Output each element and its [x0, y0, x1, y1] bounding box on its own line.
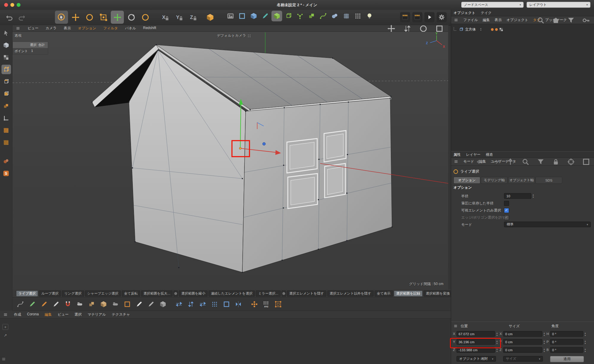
knife-icon[interactable]: [134, 299, 144, 309]
uv-edit-icon[interactable]: [1, 101, 11, 111]
paint-brush-icon[interactable]: [50, 299, 61, 309]
menu-texture[interactable]: テクスチャ: [112, 312, 130, 317]
bevel-icon[interactable]: [98, 299, 109, 309]
om-object[interactable]: オブジェクト: [506, 18, 528, 23]
light-button[interactable]: [364, 11, 375, 21]
record-selection-button[interactable]: 選択範囲を記録: [394, 290, 423, 297]
rotate-band-tool[interactable]: [125, 11, 138, 24]
size-z-spinner[interactable]: ▲▼: [543, 348, 545, 353]
mirror-tool-icon[interactable]: [233, 299, 244, 309]
select-connected-button[interactable]: 連続したエレメントを選択: [208, 290, 255, 297]
add-material-button[interactable]: +: [2, 324, 8, 330]
menu-camera[interactable]: カメラ: [46, 26, 57, 31]
mirror-selection-button[interactable]: ミラー選択...: [256, 290, 281, 297]
plus-grid-icon[interactable]: [249, 299, 260, 309]
am-forward-icon[interactable]: [489, 155, 502, 168]
live-selection-tool[interactable]: [55, 11, 68, 24]
clay-brush-icon[interactable]: [1, 156, 11, 166]
om-file[interactable]: ファイル: [463, 18, 478, 23]
phong-tag-icon[interactable]: [491, 28, 494, 31]
house-model[interactable]: [91, 44, 393, 273]
am-target-icon[interactable]: [564, 155, 577, 168]
array-generator-button[interactable]: [295, 11, 305, 21]
object-mode-button[interactable]: [283, 11, 294, 21]
hide-selected-button[interactable]: 選択エレメントを隠す: [287, 290, 326, 297]
center-frame-icon[interactable]: [221, 299, 232, 309]
ffd-cage-icon[interactable]: [273, 299, 283, 309]
spline-arc-icon[interactable]: [15, 299, 26, 309]
rot-h-spinner[interactable]: ▲▼: [584, 332, 586, 337]
visibility-dots-icon[interactable]: [479, 27, 483, 32]
loop-selection-button[interactable]: ループ選択: [39, 290, 61, 297]
selected-point[interactable]: [239, 147, 241, 150]
unhide-all-button[interactable]: 全て表示: [375, 290, 393, 297]
om-view[interactable]: 表示: [495, 18, 502, 23]
size-x-spinner[interactable]: ▲▼: [543, 332, 545, 337]
x-axis-lock-button[interactable]: X: [158, 11, 171, 24]
selection-settings-gear[interactable]: [173, 290, 178, 297]
workplane-icon[interactable]: [1, 125, 11, 135]
distribute-icon[interactable]: [197, 299, 208, 309]
close-hole-icon[interactable]: [157, 299, 168, 309]
pos-z-input[interactable]: -133.988 cm: [456, 347, 495, 353]
polygon-pen-icon[interactable]: [146, 299, 156, 309]
rot-b-spinner[interactable]: ▲▼: [584, 348, 586, 353]
am-search-icon[interactable]: [519, 155, 532, 168]
coordinate-system-button[interactable]: [203, 11, 217, 24]
mode-dropdown[interactable]: 標準▾: [504, 222, 591, 227]
rotate-tool[interactable]: [83, 11, 96, 24]
randomize-dots-icon[interactable]: [209, 299, 220, 309]
pan-tool-icon[interactable]: [1, 28, 11, 38]
hamburger-icon[interactable]: [454, 159, 459, 164]
lasso-tool[interactable]: [139, 11, 152, 24]
tab-sds[interactable]: SDS: [535, 177, 562, 184]
redo-button[interactable]: [16, 12, 27, 23]
menu-create[interactable]: 作成: [14, 312, 21, 317]
array-grid-button[interactable]: [341, 11, 352, 21]
3d-scene[interactable]: Y X Z: [12, 32, 448, 290]
material-tag-icon[interactable]: [495, 28, 498, 31]
am-newframe-icon[interactable]: [579, 155, 593, 168]
render-team-button[interactable]: [412, 12, 422, 22]
instance-button[interactable]: [306, 11, 317, 21]
rot-b-input[interactable]: 0 °: [550, 347, 583, 353]
brushes-icon[interactable]: [39, 299, 49, 309]
uv-tag-icon[interactable]: [499, 28, 503, 31]
hamburger-icon[interactable]: [453, 323, 458, 328]
pos-y-input[interactable]: 36.196 cm: [456, 339, 495, 345]
menu-edit[interactable]: 編集: [45, 312, 52, 317]
menu-redshift[interactable]: Redshift: [143, 26, 156, 31]
am-up-icon[interactable]: [504, 155, 517, 168]
sharp-edge-selection-button[interactable]: シャープエッジ選択: [85, 290, 121, 297]
menu-options[interactable]: オプション: [78, 26, 96, 31]
texture-mode-icon[interactable]: [1, 53, 11, 62]
render-settings-button[interactable]: [248, 11, 259, 21]
rot-p-spinner[interactable]: ▲▼: [584, 340, 586, 345]
clone-dots-button[interactable]: [353, 11, 363, 21]
visible-only-checkbox[interactable]: [504, 208, 509, 213]
menu-corona[interactable]: Corona: [27, 312, 39, 317]
hide-unselected-button[interactable]: 選択エレメント以外を隠す: [327, 290, 374, 297]
am-back-icon[interactable]: [473, 155, 486, 168]
scale-tool[interactable]: [97, 11, 110, 24]
polygons-mode-icon[interactable]: [1, 89, 11, 98]
om-edit[interactable]: 編集: [483, 18, 490, 23]
size-y-input[interactable]: 0 cm: [503, 339, 542, 345]
convert-selection-button[interactable]: 選択範囲を変換: [424, 290, 452, 297]
edges-mode-icon[interactable]: [1, 77, 11, 86]
am-filter-icon[interactable]: [534, 155, 547, 168]
edge-polygon-checkbox[interactable]: [504, 215, 509, 220]
live-selection-button[interactable]: ライブ選択: [16, 290, 38, 297]
hamburger-icon[interactable]: [15, 26, 20, 31]
pos-y-spinner[interactable]: ▲▼: [496, 340, 498, 345]
render-view-button[interactable]: [225, 11, 236, 21]
tab-attributes[interactable]: 属性: [454, 152, 461, 157]
tab-modeling-axis[interactable]: モデリング軸: [481, 177, 508, 184]
selection-settings-gear[interactable]: [282, 290, 286, 297]
metaball-button[interactable]: [329, 11, 340, 21]
smooth-shift-icon[interactable]: [110, 299, 121, 309]
menu-material[interactable]: マテリアル: [88, 312, 106, 317]
hamburger-icon[interactable]: [3, 312, 8, 317]
ring-selection-button[interactable]: リング選択: [62, 290, 84, 297]
expand-arrow-icon[interactable]: ↗: [2, 332, 8, 338]
